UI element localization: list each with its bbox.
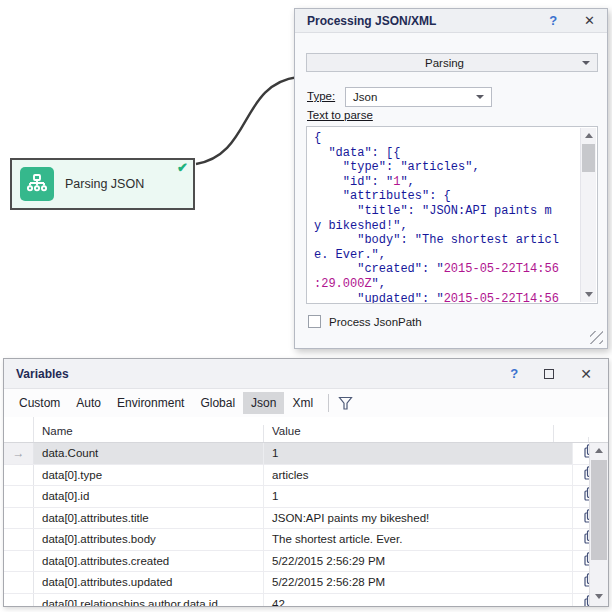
variable-value-cell[interactable]: 5/22/2015 2:56:29 PM [264, 551, 573, 572]
type-label[interactable]: Type: [307, 90, 335, 102]
scrollbar-thumb[interactable] [582, 144, 595, 172]
chevron-down-icon [582, 61, 590, 65]
chevron-down-icon [476, 95, 484, 99]
panel-title: Processing JSON/XML [307, 14, 436, 28]
variable-name-cell[interactable]: data[0].attributes.updated [34, 572, 264, 593]
variable-value-cell[interactable]: 5/22/2015 2:56:28 PM [264, 572, 573, 593]
table-row[interactable]: data[0].attributes.created5/22/2015 2:56… [4, 551, 608, 573]
process-jsonpath-checkbox[interactable] [308, 315, 321, 328]
table-header: Name Value [4, 417, 608, 443]
variables-tabbar: CustomAutoEnvironmentGlobalJsonXml [4, 389, 608, 417]
close-icon[interactable]: ✕ [584, 13, 595, 28]
table-scrollbar[interactable] [589, 443, 608, 606]
table-row[interactable]: data[0].id1 [4, 486, 608, 508]
json-code-line: "updated": "2015-05-22T14:56 [314, 292, 578, 304]
type-dropdown[interactable]: Json [345, 87, 492, 107]
header-copy-cell [554, 437, 589, 442]
scroll-up-icon[interactable] [581, 128, 597, 143]
json-code-line: "title": "JSON:API paints m [314, 204, 578, 219]
row-selector-cell [4, 465, 34, 486]
processing-json-xml-panel: Processing JSON/XML ? ✕ Parsing Type: Js… [294, 8, 608, 349]
table-row[interactable]: data[0].relationships.author.data.id42 [4, 594, 608, 608]
json-code-line: "id": "1", [314, 175, 578, 190]
tab-environment[interactable]: Environment [109, 392, 192, 414]
variable-value-cell[interactable]: 42 [264, 594, 573, 608]
filter-icon[interactable] [338, 396, 353, 411]
variable-value-cell[interactable]: The shortest article. Ever. [264, 529, 573, 550]
json-code-line: { [314, 131, 578, 146]
row-selector-cell [4, 486, 34, 507]
type-dropdown-value: Json [346, 91, 476, 103]
row-selector-cell [4, 508, 34, 529]
header-name[interactable]: Name [34, 425, 264, 442]
close-icon[interactable]: ✕ [580, 369, 592, 379]
scroll-down-icon[interactable] [581, 287, 597, 302]
json-code-line: "body": "The shortest articl [314, 233, 578, 248]
variable-value-cell[interactable]: 1 [264, 486, 573, 507]
row-selector-cell [4, 594, 34, 608]
tab-auto[interactable]: Auto [68, 392, 109, 414]
header-gutter-cell [4, 417, 34, 442]
table-row[interactable]: data[0].attributes.titleJSON:API paints … [4, 508, 608, 530]
workflow-canvas: Parsing JSON ✔ Processing JSON/XML ? ✕ P… [0, 0, 612, 612]
scroll-down-icon[interactable] [590, 589, 608, 604]
maximize-icon[interactable] [544, 369, 554, 379]
variable-name-cell[interactable]: data[0].attributes.created [34, 551, 264, 572]
json-code-line: "data": [{ [314, 146, 578, 161]
action-dropdown[interactable]: Parsing [306, 53, 598, 72]
variable-name-cell[interactable]: data[0].attributes.body [34, 529, 264, 550]
resize-grip[interactable] [590, 331, 603, 344]
row-selector-cell [4, 551, 34, 572]
tab-global[interactable]: Global [192, 392, 243, 414]
help-icon[interactable]: ? [510, 366, 518, 381]
table-row[interactable]: data[0].attributes.updated5/22/2015 2:56… [4, 572, 608, 594]
table-row[interactable]: data[0].typearticles [4, 465, 608, 487]
workflow-node-parsing-json[interactable]: Parsing JSON ✔ [10, 158, 195, 210]
json-code-line: "type": "articles", [314, 160, 578, 175]
panel-titlebar: Processing JSON/XML ? ✕ [295, 9, 607, 33]
action-dropdown-value: Parsing [307, 57, 582, 69]
scroll-up-icon[interactable] [590, 443, 608, 458]
json-code-line: :29.000Z", [314, 277, 578, 292]
variables-title: Variables [16, 367, 69, 381]
json-code-line: e. Ever.", [314, 248, 578, 263]
help-icon[interactable]: ? [549, 13, 557, 28]
process-jsonpath-row: Process JsonPath [308, 315, 422, 328]
variable-value-cell[interactable]: articles [264, 465, 573, 486]
tabbar-separator [328, 394, 329, 412]
variable-value-cell[interactable]: JSON:API paints my bikeshed! [264, 508, 573, 529]
row-selector-cell [4, 529, 34, 550]
current-row-arrow-icon: → [13, 446, 25, 460]
text-to-parse-textarea[interactable]: { "data": [{ "type": "articles", "id": "… [306, 126, 598, 304]
text-to-parse-label[interactable]: Text to parse [307, 109, 373, 121]
node-label: Parsing JSON [65, 177, 144, 191]
json-code-line: "attributes": { [314, 189, 578, 204]
textarea-scrollbar[interactable] [580, 128, 596, 302]
variables-rows: →data.Count1data[0].typearticlesdata[0].… [4, 443, 608, 607]
variable-name-cell[interactable]: data.Count [34, 443, 264, 464]
scrollbar-thumb[interactable] [591, 460, 607, 560]
variable-name-cell[interactable]: data[0].relationships.author.data.id [34, 594, 264, 608]
row-selector-cell: → [4, 443, 34, 464]
variable-name-cell[interactable]: data[0].attributes.title [34, 508, 264, 529]
row-selector-cell [4, 572, 34, 593]
header-value[interactable]: Value [264, 425, 554, 442]
tab-custom[interactable]: Custom [11, 392, 68, 414]
tab-json[interactable]: Json [243, 392, 284, 414]
process-jsonpath-label: Process JsonPath [329, 316, 422, 328]
table-row[interactable]: →data.Count1 [4, 443, 608, 465]
json-code-line: "created": "2015-05-22T14:56 [314, 262, 578, 277]
variable-name-cell[interactable]: data[0].type [34, 465, 264, 486]
tab-xml[interactable]: Xml [284, 392, 321, 414]
variables-titlebar: Variables ? ✕ [4, 359, 608, 389]
success-check-icon: ✔ [177, 160, 188, 175]
variable-name-cell[interactable]: data[0].id [34, 486, 264, 507]
sitemap-icon [20, 167, 54, 201]
header-scrollbar-spacer [589, 437, 608, 442]
variables-window: Variables ? ✕ CustomAutoEnvironmentGloba… [3, 358, 609, 607]
json-code-line: y bikeshed!", [314, 219, 578, 234]
variable-value-cell[interactable]: 1 [264, 443, 573, 464]
json-source-text: { "data": [{ "type": "articles", "id": "… [307, 129, 580, 301]
table-row[interactable]: data[0].attributes.bodyThe shortest arti… [4, 529, 608, 551]
